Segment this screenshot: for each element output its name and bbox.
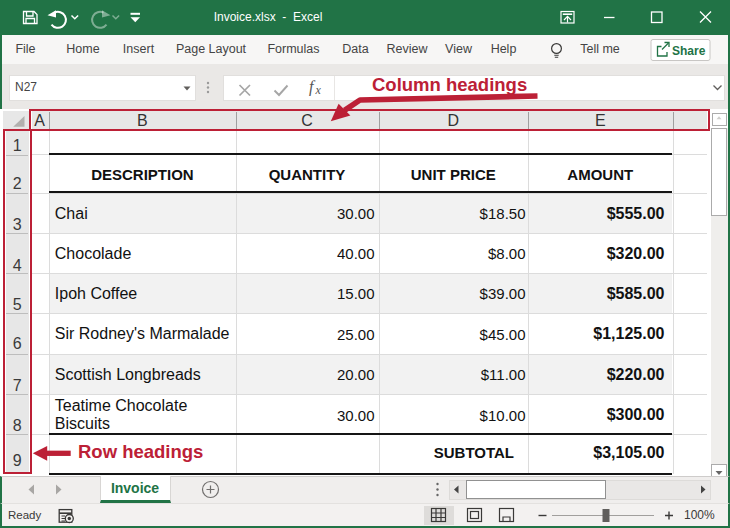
svg-text:Share: Share	[672, 44, 706, 58]
svg-text:x: x	[315, 83, 322, 97]
